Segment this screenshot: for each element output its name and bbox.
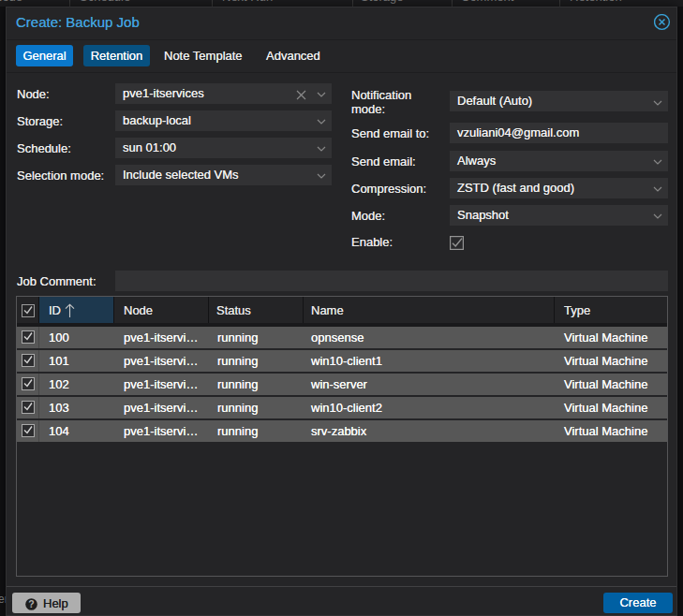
svg-text:?: ? — [28, 598, 34, 609]
